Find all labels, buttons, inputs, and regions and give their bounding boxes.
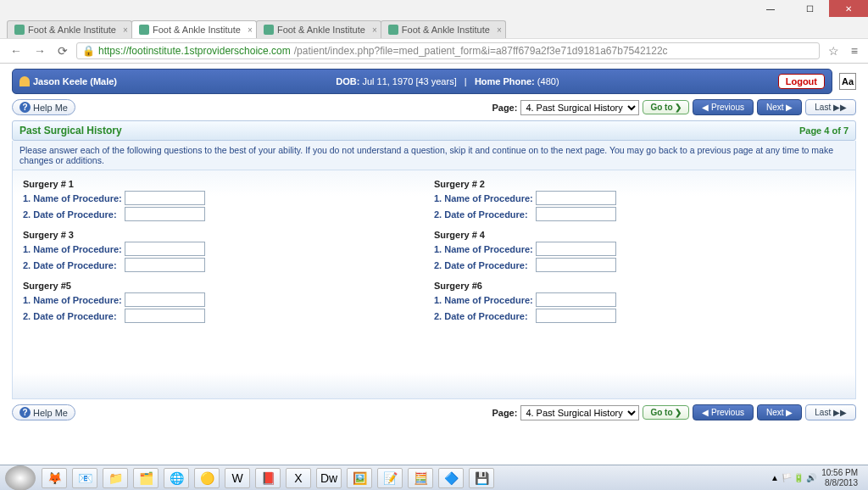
favicon-icon	[14, 25, 25, 35]
back-button[interactable]: ←	[7, 42, 25, 59]
taskbar-app-icon[interactable]: 📁	[103, 468, 128, 488]
font-size-button[interactable]: Aa	[839, 73, 856, 90]
procedure-name-input[interactable]	[125, 292, 205, 307]
instructions: Please answer each of the following ques…	[12, 141, 856, 170]
section-title: Past Surgical History	[19, 125, 122, 136]
browser-tab[interactable]: Foot & Ankle Institute×	[7, 20, 132, 38]
go-to-button[interactable]: Go to ❯	[643, 100, 689, 114]
phone-label: Home Phone:	[475, 76, 535, 86]
procedure-date-input[interactable]	[536, 309, 616, 323]
favicon-icon	[139, 25, 149, 35]
procedure-date-label: 2. Date of Procedure:	[434, 311, 536, 321]
bottom-controls: ?Help Me Page: 4. Past Surgical History …	[12, 401, 856, 424]
tab-close-icon[interactable]: ×	[123, 25, 128, 35]
taskbar-app-icon[interactable]: 🖼️	[347, 468, 372, 488]
menu-icon[interactable]: ≡	[848, 42, 861, 59]
taskbar-app-icon[interactable]: X	[286, 468, 311, 488]
clock[interactable]: 10:56 PM 8/8/2013	[816, 468, 863, 488]
procedure-date-label: 2. Date of Procedure:	[23, 260, 125, 270]
favicon-icon	[264, 25, 274, 35]
person-icon	[19, 76, 30, 86]
surgery-5: Surgery #5 1. Name of Procedure: 2. Date…	[23, 281, 434, 323]
taskbar-app-icon[interactable]: Dw	[316, 468, 342, 488]
previous-button[interactable]: ◀ Previous	[693, 99, 754, 115]
patient-header: Jason Keele (Male) DOB: Jul 11, 1970 [43…	[12, 69, 832, 94]
bookmark-icon[interactable]: ☆	[825, 42, 843, 59]
tab-title: Foot & Ankle Institute	[153, 25, 241, 35]
procedure-date-input[interactable]	[125, 258, 205, 272]
tab-close-icon[interactable]: ×	[372, 25, 377, 35]
help-button[interactable]: ?Help Me	[12, 404, 75, 420]
procedure-name-label: 1. Name of Procedure:	[434, 193, 536, 203]
last-button[interactable]: Last ▶▶	[805, 99, 856, 115]
procedure-name-input[interactable]	[125, 191, 205, 205]
taskbar-app-icon[interactable]: 📕	[255, 468, 281, 488]
taskbar-app-icon[interactable]: 🌐	[164, 468, 189, 488]
taskbar-app-icon[interactable]: W	[225, 468, 250, 488]
window-close-button[interactable]: ✕	[829, 0, 868, 17]
surgery-heading: Surgery # 3	[23, 230, 434, 240]
section-strip: Past Surgical History Page 4 of 7	[12, 120, 856, 141]
window-minimize-button[interactable]: —	[751, 0, 790, 17]
taskbar-app-icon[interactable]: 🔷	[438, 468, 464, 488]
procedure-name-input[interactable]	[536, 191, 616, 205]
address-bar[interactable]: 🔒 https://footinstitute.1stproviderschoi…	[76, 42, 820, 59]
window-maximize-button[interactable]: ☐	[790, 0, 829, 17]
tab-title: Foot & Ankle Institute	[277, 25, 365, 35]
page-label: Page:	[492, 103, 517, 113]
taskbar-app-icon[interactable]: 📝	[377, 468, 403, 488]
previous-button[interactable]: ◀ Previous	[693, 404, 754, 420]
procedure-name-input[interactable]	[125, 242, 205, 256]
taskbar-app-icon[interactable]: 🦊	[42, 468, 67, 488]
surgery-heading: Surgery #5	[23, 281, 434, 291]
page-select[interactable]: 4. Past Surgical History	[520, 100, 639, 115]
surgery-heading: Surgery # 4	[434, 230, 845, 240]
start-button[interactable]	[5, 465, 36, 491]
next-button[interactable]: Next ▶	[757, 404, 802, 420]
surgery-3: Surgery # 3 1. Name of Procedure: 2. Dat…	[23, 230, 434, 272]
lock-icon: 🔒	[82, 45, 95, 57]
clock-date: 8/8/2013	[821, 478, 858, 488]
dob-label: DOB:	[336, 76, 359, 86]
help-button[interactable]: ?Help Me	[12, 99, 75, 115]
tray-icon[interactable]: ▲	[771, 473, 779, 482]
taskbar-app-icon[interactable]: 🗂️	[133, 468, 159, 488]
favicon-icon	[388, 25, 398, 35]
tray-icon[interactable]: 🔊	[806, 473, 816, 482]
procedure-name-label: 1. Name of Procedure:	[23, 193, 125, 203]
procedure-date-label: 2. Date of Procedure:	[23, 209, 125, 220]
logout-button[interactable]: Logout	[778, 74, 825, 89]
taskbar-app-icon[interactable]: 🟡	[194, 468, 220, 488]
taskbar-app-icon[interactable]: 🧮	[408, 468, 433, 488]
procedure-name-label: 1. Name of Procedure:	[434, 244, 536, 254]
reload-button[interactable]: ⟳	[54, 42, 71, 59]
clock-time: 10:56 PM	[821, 468, 858, 478]
procedure-name-input[interactable]	[536, 242, 616, 256]
page-select[interactable]: 4. Past Surgical History	[520, 405, 639, 420]
tab-close-icon[interactable]: ×	[248, 25, 253, 35]
go-to-button[interactable]: Go to ❯	[643, 405, 689, 420]
browser-tab[interactable]: Foot & Ankle Institute×	[381, 20, 506, 38]
surgery-6: Surgery #6 1. Name of Procedure: 2. Date…	[434, 281, 845, 323]
taskbar-app-icon[interactable]: 💾	[469, 468, 494, 488]
procedure-date-label: 2. Date of Procedure:	[434, 260, 536, 270]
tab-title: Foot & Ankle Institute	[28, 25, 116, 35]
tab-title: Foot & Ankle Institute	[402, 25, 490, 35]
procedure-date-input[interactable]	[125, 309, 205, 323]
procedure-date-input[interactable]	[536, 258, 616, 272]
next-button[interactable]: Next ▶	[757, 99, 802, 115]
surgery-4: Surgery # 4 1. Name of Procedure: 2. Dat…	[434, 230, 845, 272]
procedure-name-input[interactable]	[536, 292, 616, 307]
taskbar-app-icon[interactable]: 📧	[72, 468, 97, 488]
procedure-date-input[interactable]	[536, 207, 616, 221]
tab-close-icon[interactable]: ×	[497, 25, 502, 35]
surgery-heading: Surgery # 1	[23, 179, 434, 189]
browser-tab[interactable]: Foot & Ankle Institute×	[256, 20, 381, 38]
tray-icon[interactable]: 🔋	[793, 473, 804, 482]
last-button[interactable]: Last ▶▶	[805, 404, 856, 420]
tray-icon[interactable]: 🏳️	[782, 473, 792, 482]
surgery-heading: Surgery # 2	[434, 179, 845, 189]
browser-tab[interactable]: Foot & Ankle Institute×	[131, 20, 257, 38]
procedure-date-input[interactable]	[125, 207, 205, 221]
forward-button[interactable]: →	[31, 42, 49, 59]
